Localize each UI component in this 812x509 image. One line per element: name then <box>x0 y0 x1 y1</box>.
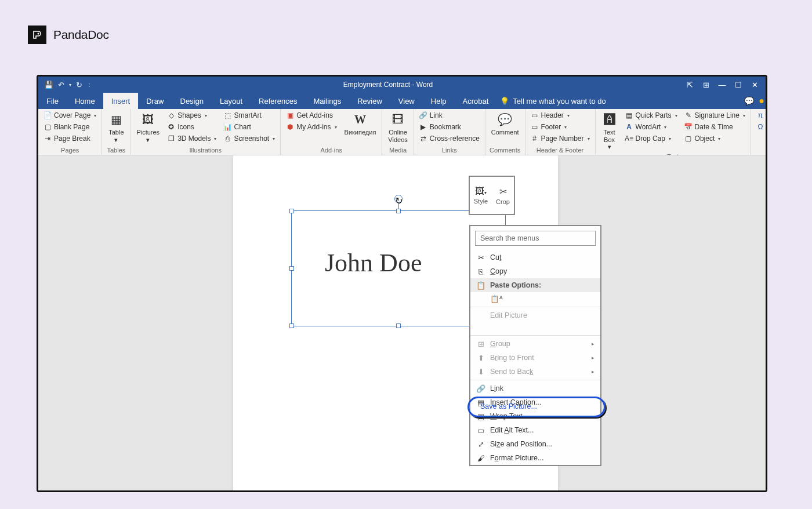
pictures-button[interactable]: 🖼 Pictures▾ <box>134 110 162 144</box>
tab-acrobat[interactable]: Acrobat <box>455 93 497 109</box>
mini-style-button[interactable]: 🖼▾ Style <box>470 177 492 214</box>
tab-home[interactable]: Home <box>67 93 103 109</box>
object-button[interactable]: ▢Object▾ <box>683 133 747 144</box>
resize-handle-s[interactable] <box>396 323 401 328</box>
tell-me-search[interactable]: 💡 Tell me what you want to do <box>500 97 606 106</box>
tab-mailings[interactable]: Mailings <box>306 93 350 109</box>
window-title: Employment Contract - Word <box>92 81 684 89</box>
wikipedia-icon: W <box>352 111 368 128</box>
object-icon: ▢ <box>684 134 693 143</box>
shapes-icon: ◇ <box>167 111 175 119</box>
cm-wrap-label: Wrap Text <box>490 412 523 420</box>
quickparts-label: Quick Parts <box>636 111 672 119</box>
tab-draw[interactable]: Draw <box>138 93 172 109</box>
tab-help[interactable]: Help <box>423 93 455 109</box>
equation-button[interactable]: πEquation▾ <box>755 110 767 121</box>
cm-cut[interactable]: ✂Cut <box>470 250 600 264</box>
header-button[interactable]: ▭Header▾ <box>529 110 592 121</box>
symbols-group-label: Symbols <box>755 146 767 155</box>
redo-icon[interactable]: ↻ <box>76 81 82 89</box>
document-area[interactable]: John Doe ↻ 🖼▾ Style ✂ Crop <box>38 155 766 490</box>
cm-paste-option-keep-text[interactable]: 📋ᴬ <box>470 292 600 306</box>
comment-button[interactable]: 💬 Comment <box>489 110 521 137</box>
resize-handle-n[interactable] <box>396 209 401 213</box>
minimize-button[interactable]: — <box>717 81 727 89</box>
tab-layout[interactable]: Layout <box>212 93 251 109</box>
wikipedia-button[interactable]: W Википедия <box>342 110 379 137</box>
maximize-button[interactable]: ☐ <box>733 81 744 89</box>
mini-crop-button[interactable]: ✂ Crop <box>492 177 514 214</box>
quickparts-button[interactable]: ▤Quick Parts▾ <box>624 110 679 121</box>
cross-reference-button[interactable]: ⇄Cross-reference <box>418 133 481 144</box>
comments-icon[interactable]: 💬 <box>742 96 755 106</box>
page-break-button[interactable]: ⇥Page Break <box>42 133 98 144</box>
date-time-button[interactable]: 📅Date & Time <box>683 122 747 132</box>
pending-sync-icon[interactable]: ● <box>757 97 766 105</box>
resize-handle-nw[interactable] <box>289 209 294 213</box>
page-number-button[interactable]: #Page Number▾ <box>529 133 592 144</box>
header-icon: ▭ <box>531 111 539 119</box>
resize-handle-w[interactable] <box>289 266 294 271</box>
dropcap-button[interactable]: A≡Drop Cap▾ <box>624 133 679 144</box>
close-button[interactable]: ✕ <box>749 81 760 89</box>
screenshot-button[interactable]: ⎙Screenshot▾ <box>222 133 277 144</box>
undo-dropdown-icon[interactable]: ▾ <box>69 82 71 88</box>
cm-save-as-picture[interactable] <box>470 322 600 334</box>
3d-models-button[interactable]: ❒3D Models▾ <box>165 133 218 144</box>
ribbon-display-icon[interactable]: ⊞ <box>701 81 711 89</box>
tab-insert[interactable]: Insert <box>103 93 139 109</box>
links-group-label: Links <box>418 146 481 155</box>
cm-edit-alt-text[interactable]: ▭Edit Alt Text... <box>470 423 600 437</box>
pages-group-label: Pages <box>42 146 98 155</box>
ribbon-group-tables: ▦ Table▾ Tables <box>102 109 130 155</box>
tab-review[interactable]: Review <box>349 93 390 109</box>
qat-customize-icon[interactable]: ⋮ <box>87 82 92 88</box>
wordart-button[interactable]: AWordArt▾ <box>624 122 679 132</box>
smartart-icon: ⬚ <box>223 111 231 119</box>
cover-page-button[interactable]: 📄Cover Page▾ <box>42 110 98 121</box>
my-addins-button[interactable]: ⬢My Add-ins▾ <box>284 122 338 132</box>
online-videos-button[interactable]: 🎞 Online Videos <box>386 110 409 144</box>
bookmark-button[interactable]: ▶Bookmark <box>418 122 481 132</box>
equation-label: Equation <box>767 111 767 119</box>
menu-search-input[interactable]: Search the menus <box>475 231 596 246</box>
comments-group-label: Comments <box>489 146 521 155</box>
addins-group-label: Add-ins <box>284 146 378 155</box>
cm-link[interactable]: 🔗Link <box>470 381 600 395</box>
quick-access-toolbar: 💾 ↶ ▾ ↻ ⋮ <box>38 81 92 89</box>
tab-file[interactable]: File <box>38 93 67 109</box>
get-addins-label: Get Add-ins <box>296 111 333 119</box>
shapes-label: Shapes <box>177 111 201 119</box>
undo-icon[interactable]: ↶ <box>58 81 64 89</box>
equation-icon: π <box>756 111 764 119</box>
share-icon[interactable]: ⇱ <box>684 81 695 89</box>
footer-button[interactable]: ▭Footer▾ <box>529 122 592 132</box>
signature-line-button[interactable]: ✎Signature Line▾ <box>683 110 747 121</box>
textbox-button[interactable]: 🅰 Text Box▾ <box>599 110 620 152</box>
icons-button[interactable]: ✪Icons <box>165 122 218 132</box>
link-button[interactable]: 🔗Link <box>418 110 481 121</box>
cm-paste-label: Paste Options: <box>490 281 541 289</box>
tab-view[interactable]: View <box>390 93 423 109</box>
table-button[interactable]: ▦ Table▾ <box>106 110 126 144</box>
cm-format-picture[interactable]: 🖌Format Picture... <box>470 451 600 465</box>
shapes-button[interactable]: ◇Shapes▾ <box>165 110 218 121</box>
save-as-picture-label[interactable]: Save as Picture... <box>476 401 542 412</box>
resize-handle-sw[interactable] <box>289 323 294 328</box>
symbol-button[interactable]: ΩSymbol▾ <box>755 122 767 132</box>
online-videos-label: Online Videos <box>388 129 407 143</box>
tab-design[interactable]: Design <box>172 93 212 109</box>
get-addins-button[interactable]: ▣Get Add-ins <box>284 110 338 121</box>
sigline-label: Signature Line <box>695 111 740 119</box>
tab-references[interactable]: References <box>251 93 305 109</box>
chart-button[interactable]: 📊Chart <box>222 122 277 132</box>
blank-page-button[interactable]: ▢Blank Page <box>42 122 98 132</box>
wrap-icon: ▣ <box>476 412 485 421</box>
cm-size-position[interactable]: ⤢Size and Position... <box>470 437 600 451</box>
my-addins-label: My Add-ins <box>296 123 331 131</box>
smartart-button[interactable]: ⬚SmartArt <box>222 110 277 121</box>
rotation-handle[interactable]: ↻ <box>394 195 403 203</box>
cm-copy[interactable]: ⎘Copy <box>470 264 600 278</box>
copy-icon: ⎘ <box>476 267 485 276</box>
save-icon[interactable]: 💾 <box>44 81 53 89</box>
